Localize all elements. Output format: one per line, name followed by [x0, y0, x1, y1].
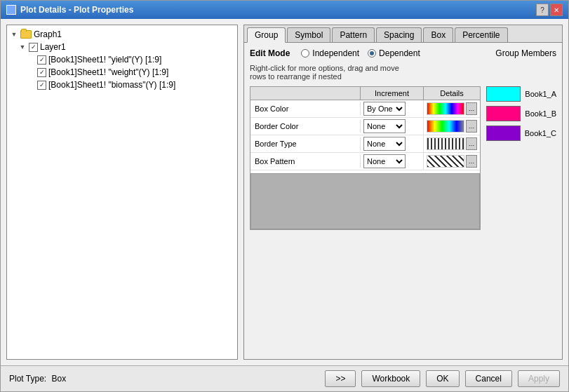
- box-pattern-strip: [427, 155, 464, 168]
- folder-icon: [20, 30, 32, 39]
- title-bar: Plot Details - Plot Properties ? ✕: [1, 1, 568, 19]
- item1-label: [Book1]Sheet1! "weight"(Y) [1:9]: [48, 67, 168, 77]
- graph1-label: Graph1: [34, 29, 62, 39]
- expand-spacer-1: [27, 68, 35, 76]
- tab-percentile[interactable]: Percentile: [455, 27, 507, 42]
- border-type-detail-btn[interactable]: …: [466, 137, 477, 150]
- window-title: Plot Details - Plot Properties: [20, 5, 133, 15]
- row-border-type: Border Type None By One …: [250, 135, 480, 153]
- th-empty: [250, 87, 361, 100]
- tab-bar: Group Symbol Pattern Spacing Box Percent…: [244, 25, 562, 43]
- radio-independent-circle: [301, 49, 309, 58]
- row-box-color-increment: By One None: [361, 100, 424, 117]
- border-type-strip: [427, 137, 464, 150]
- expand-spacer-0: [27, 55, 35, 64]
- member-list: Book1_A Book1_B Book1_C: [486, 86, 556, 230]
- table-section: Increment Details Box Color By One None: [250, 86, 556, 230]
- help-button[interactable]: ?: [536, 4, 549, 16]
- tab-spacing[interactable]: Spacing: [376, 27, 422, 42]
- tree-item-1[interactable]: [Book1]Sheet1! "weight"(Y) [1:9]: [27, 66, 234, 79]
- member-swatch-0: [486, 86, 521, 102]
- plot-type-label: Plot Type: Box: [9, 374, 66, 384]
- table-header: Increment Details: [250, 87, 480, 100]
- row-box-pattern-details: …: [424, 154, 480, 169]
- tree-panel: ▼ Graph1 ▼ Layer1 [Book1]Sheet1! "yield"…: [6, 25, 238, 360]
- workbook-button[interactable]: Workbook: [361, 370, 420, 387]
- item0-label: [Book1]Sheet1! "yield"(Y) [1:9]: [48, 55, 161, 65]
- tree-layer1[interactable]: ▼ Layer1: [18, 41, 234, 53]
- layer1-label: Layer1: [40, 42, 66, 52]
- plot-type-value: Box: [52, 374, 67, 384]
- window-icon: [6, 5, 16, 15]
- member-item-0: Book1_A: [486, 86, 556, 102]
- apply-button[interactable]: Apply: [518, 370, 560, 387]
- th-details: Details: [424, 87, 480, 100]
- row-box-color-label: Box Color: [250, 102, 361, 115]
- layer1-checkbox[interactable]: [29, 43, 38, 52]
- expand-icon[interactable]: ▼: [10, 30, 18, 39]
- border-color-detail-btn[interactable]: …: [466, 120, 477, 133]
- edit-mode-label: Edit Mode: [250, 48, 290, 58]
- arrows-button[interactable]: >>: [325, 370, 356, 387]
- member-label-1: Book1_B: [525, 109, 556, 118]
- box-color-strip: [427, 102, 464, 115]
- ok-button[interactable]: OK: [426, 370, 459, 387]
- main-window: Plot Details - Plot Properties ? ✕ ▼ Gra…: [0, 0, 569, 392]
- tree-graph1[interactable]: ▼ Graph1: [10, 28, 234, 41]
- item2-checkbox[interactable]: [37, 81, 46, 90]
- box-color-detail-btn[interactable]: …: [466, 102, 477, 115]
- preview-area: [250, 173, 480, 229]
- radio-independent-label: Independent: [312, 48, 359, 58]
- member-swatch-2: [486, 126, 521, 141]
- th-increment: Increment: [361, 87, 424, 100]
- bottom-bar: Plot Type: Box >> Workbook OK Cancel App…: [1, 365, 568, 391]
- radio-dependent-label: Dependent: [379, 48, 420, 58]
- box-color-select[interactable]: By One None: [363, 102, 406, 116]
- row-box-pattern-label: Box Pattern: [250, 155, 361, 168]
- radio-independent[interactable]: Independent: [301, 48, 359, 58]
- item0-checkbox[interactable]: [37, 55, 46, 65]
- box-pattern-select[interactable]: None By One: [363, 154, 406, 168]
- border-type-select[interactable]: None By One: [363, 137, 406, 151]
- border-color-strip: [427, 120, 464, 133]
- properties-table: Increment Details Box Color By One None: [250, 86, 481, 230]
- item2-label: [Book1]Sheet1! "biomass"(Y) [1:9]: [48, 80, 175, 90]
- right-panel: Group Symbol Pattern Spacing Box Percent…: [243, 25, 563, 360]
- row-box-color: Box Color By One None …: [250, 100, 480, 118]
- row-box-pattern-increment: None By One: [361, 153, 424, 170]
- row-box-color-details: …: [424, 101, 480, 116]
- row-border-color: Border Color None By One …: [250, 118, 480, 135]
- close-button[interactable]: ✕: [550, 4, 563, 16]
- tree-item-2[interactable]: [Book1]Sheet1! "biomass"(Y) [1:9]: [27, 79, 234, 91]
- row-border-color-increment: None By One: [361, 118, 424, 135]
- box-pattern-detail-btn[interactable]: …: [466, 155, 477, 168]
- tree-item-0[interactable]: [Book1]Sheet1! "yield"(Y) [1:9]: [27, 53, 234, 66]
- item1-checkbox[interactable]: [37, 68, 46, 77]
- expand-icon-layer[interactable]: ▼: [18, 43, 27, 51]
- row-border-type-details: …: [424, 136, 480, 151]
- row-border-type-increment: None By One: [361, 135, 424, 152]
- row-border-color-details: …: [424, 119, 480, 134]
- expand-spacer-2: [27, 81, 35, 89]
- row-border-color-label: Border Color: [250, 120, 361, 133]
- help-text-2: rows to rearrange if nested: [250, 72, 556, 81]
- member-swatch-1: [486, 106, 521, 121]
- tab-symbol[interactable]: Symbol: [287, 27, 330, 42]
- group-members-heading: Group Members: [495, 48, 556, 58]
- tab-group[interactable]: Group: [247, 27, 286, 43]
- member-label-0: Book1_A: [525, 90, 556, 98]
- row-box-pattern: Box Pattern None By One …: [250, 153, 480, 170]
- member-item-1: Book1_B: [486, 106, 556, 121]
- border-color-select[interactable]: None By One: [363, 119, 406, 133]
- tab-box[interactable]: Box: [423, 27, 453, 42]
- help-text-1: Right-click for more options, drag and m…: [250, 64, 556, 72]
- cancel-button[interactable]: Cancel: [465, 370, 512, 387]
- group-tab-content: Edit Mode Independent Dependent: [244, 43, 562, 359]
- tab-pattern[interactable]: Pattern: [332, 27, 375, 42]
- radio-dependent-circle: [368, 49, 376, 58]
- row-border-type-label: Border Type: [250, 137, 361, 150]
- member-label-2: Book1_C: [525, 129, 556, 137]
- radio-dependent[interactable]: Dependent: [368, 48, 420, 58]
- member-item-2: Book1_C: [486, 126, 556, 141]
